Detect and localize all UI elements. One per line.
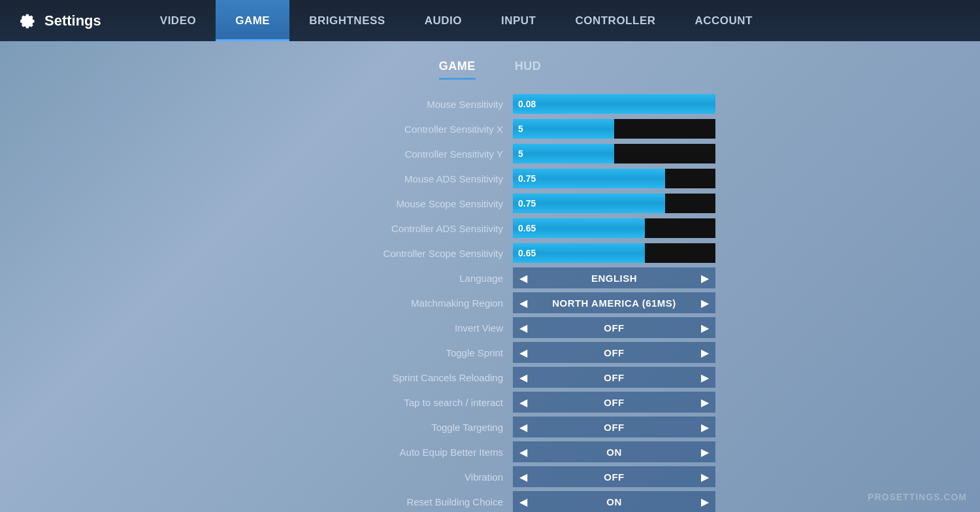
arrow-left-btn[interactable]: ◀ [513, 317, 534, 338]
setting-label: Mouse ADS Sensitivity [245, 173, 513, 184]
setting-label: Controller ADS Sensitivity [245, 223, 513, 234]
selector-value: Off [534, 471, 694, 483]
setting-row-selector-2: Invert View ◀ Off ▶ [245, 315, 735, 340]
arrow-selector[interactable]: ◀ Off ▶ [513, 367, 715, 388]
slider-control[interactable]: 5 [513, 144, 715, 163]
arrow-selector[interactable]: ◀ On ▶ [513, 441, 715, 462]
arrow-right-btn[interactable]: ▶ [694, 267, 715, 288]
slider-control[interactable]: 5 [513, 119, 715, 139]
setting-label: Language [245, 273, 513, 284]
tab-controller[interactable]: Controller [555, 0, 675, 41]
slider-empty [645, 243, 716, 263]
slider-fill: 0.65 [513, 243, 645, 263]
slider-control[interactable]: 0.65 [513, 218, 715, 238]
slider-value: 5 [518, 124, 523, 134]
arrow-left-btn[interactable]: ◀ [513, 491, 534, 512]
settings-list: Mouse Sensitivity 0.08 Controller Sensit… [245, 92, 735, 512]
slider-value: 0.08 [518, 99, 536, 109]
arrow-selector[interactable]: ◀ On ▶ [513, 491, 715, 512]
sub-tab-hud[interactable]: HUD [515, 54, 542, 78]
tab-audio[interactable]: Audio [405, 0, 482, 41]
setting-label: Auto Equip Better Items [245, 447, 513, 458]
arrow-selector[interactable]: ◀ Off ▶ [513, 342, 715, 363]
slider-settings: Mouse Sensitivity 0.08 Controller Sensit… [245, 92, 735, 265]
arrow-selector[interactable]: ◀ Off ▶ [513, 417, 715, 437]
tab-account[interactable]: Account [676, 0, 773, 41]
arrow-right-btn[interactable]: ▶ [694, 392, 715, 413]
setting-label: Invert View [245, 322, 513, 333]
slider-value: 0.75 [518, 198, 536, 209]
slider-control[interactable]: 0.65 [513, 243, 715, 263]
arrow-left-btn[interactable]: ◀ [513, 392, 534, 413]
setting-label: Mouse Sensitivity [245, 99, 513, 110]
arrow-left-btn[interactable]: ◀ [513, 292, 534, 313]
tab-brightness[interactable]: Brightness [289, 0, 404, 41]
selector-value: On [534, 496, 694, 507]
arrow-right-btn[interactable]: ▶ [694, 491, 715, 512]
slider-control[interactable]: 0.75 [513, 169, 715, 188]
arrow-right-btn[interactable]: ▶ [694, 292, 715, 313]
setting-label: Sprint Cancels Reloading [245, 372, 513, 383]
arrow-right-btn[interactable]: ▶ [694, 441, 715, 462]
setting-row-selector-7: Auto Equip Better Items ◀ On ▶ [245, 439, 735, 464]
slider-track: 5 [513, 144, 715, 163]
slider-value: 0.75 [518, 173, 536, 184]
arrow-left-btn[interactable]: ◀ [513, 441, 534, 462]
main-content: Game HUD Mouse Sensitivity 0.08 Controll… [0, 41, 980, 512]
sub-tab-game[interactable]: Game [439, 54, 476, 78]
arrow-right-btn[interactable]: ▶ [694, 342, 715, 363]
slider-empty [665, 194, 716, 213]
tab-game[interactable]: Game [216, 0, 289, 41]
setting-row-selector-8: Vibration ◀ Off ▶ [245, 464, 735, 489]
arrow-right-btn[interactable]: ▶ [694, 466, 715, 487]
slider-track: 0.75 [513, 194, 715, 213]
slider-empty [645, 218, 716, 238]
selector-value: North America (61ms) [534, 298, 694, 309]
gear-icon [13, 9, 37, 33]
selector-settings: Language ◀ English ▶ Matchmaking Region … [245, 265, 735, 512]
setting-row-slider-3: Mouse ADS Sensitivity 0.75 [245, 166, 735, 191]
slider-fill: 5 [513, 144, 614, 163]
setting-label: Mouse Scope Sensitivity [245, 198, 513, 209]
slider-control[interactable]: 0.08 [513, 94, 715, 114]
slider-track: 0.65 [513, 243, 715, 263]
arrow-right-btn[interactable]: ▶ [694, 317, 715, 338]
slider-fill: 0.65 [513, 218, 645, 238]
arrow-left-btn[interactable]: ◀ [513, 417, 534, 437]
setting-row-selector-9: Reset Building Choice ◀ On ▶ [245, 489, 735, 512]
setting-row-selector-0: Language ◀ English ▶ [245, 265, 735, 290]
setting-label: Toggle Sprint [245, 347, 513, 358]
arrow-selector[interactable]: ◀ North America (61ms) ▶ [513, 292, 715, 313]
setting-row-selector-3: Toggle Sprint ◀ Off ▶ [245, 340, 735, 365]
setting-row-selector-5: Tap to search / interact ◀ Off ▶ [245, 390, 735, 415]
setting-label: Tap to search / interact [245, 397, 513, 408]
selector-value: English [534, 273, 694, 284]
arrow-selector[interactable]: ◀ Off ▶ [513, 466, 715, 487]
slider-value: 5 [518, 148, 523, 159]
arrow-selector[interactable]: ◀ English ▶ [513, 267, 715, 288]
setting-row-slider-1: Controller Sensitivity X 5 [245, 116, 735, 141]
slider-empty [665, 169, 716, 188]
setting-row-slider-2: Controller Sensitivity Y 5 [245, 141, 735, 166]
sub-tabs: Game HUD [0, 54, 980, 78]
selector-value: Off [534, 397, 694, 408]
arrow-left-btn[interactable]: ◀ [513, 267, 534, 288]
selector-value: On [534, 447, 694, 458]
arrow-left-btn[interactable]: ◀ [513, 367, 534, 388]
app-title: Settings [44, 12, 101, 29]
setting-label: Vibration [245, 471, 513, 483]
setting-label: Controller Sensitivity X [245, 124, 513, 135]
arrow-left-btn[interactable]: ◀ [513, 466, 534, 487]
slider-control[interactable]: 0.75 [513, 194, 715, 213]
arrow-selector[interactable]: ◀ Off ▶ [513, 317, 715, 338]
tab-input[interactable]: Input [482, 0, 556, 41]
selector-value: Off [534, 372, 694, 383]
arrow-right-btn[interactable]: ▶ [694, 417, 715, 437]
slider-track: 0.75 [513, 169, 715, 188]
arrow-right-btn[interactable]: ▶ [694, 367, 715, 388]
arrow-selector[interactable]: ◀ Off ▶ [513, 392, 715, 413]
nav-tabs: Video Game Brightness Audio Input Contro… [140, 0, 967, 41]
setting-row-slider-6: Controller Scope Sensitivity 0.65 [245, 241, 735, 265]
tab-video[interactable]: Video [140, 0, 216, 41]
arrow-left-btn[interactable]: ◀ [513, 342, 534, 363]
